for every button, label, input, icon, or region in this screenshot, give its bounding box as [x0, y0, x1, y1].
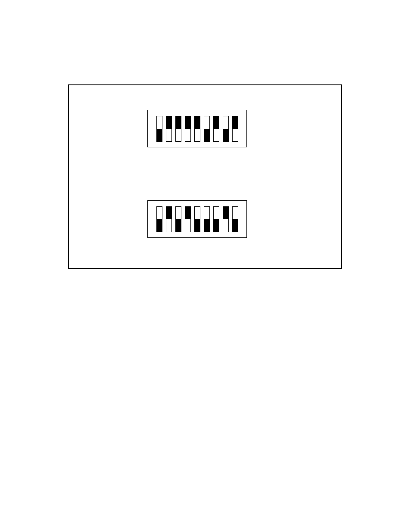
dip-switch-slider [223, 207, 228, 219]
dip-switch[interactable] [175, 116, 181, 142]
dip-switch[interactable] [232, 206, 238, 232]
dip-switch[interactable] [194, 116, 200, 142]
dip-bank-1 [147, 110, 247, 147]
dip-switch-slider [204, 219, 209, 232]
dip-switch[interactable] [213, 116, 219, 142]
dip-switch[interactable] [204, 116, 210, 142]
dip-switch[interactable] [194, 206, 200, 232]
dip-switch-slider [233, 219, 238, 232]
dip-switch[interactable] [204, 206, 210, 232]
dip-switch-slider [157, 219, 162, 232]
dip-switch[interactable] [213, 206, 219, 232]
dip-switch-slider [176, 219, 181, 232]
dip-switch[interactable] [185, 206, 191, 232]
dip-switch-slider [214, 116, 219, 129]
dip-bank-2 [147, 200, 247, 238]
dip-switch-slider [233, 116, 238, 129]
dip-switch-slider [223, 129, 228, 141]
dip-switch-slider [176, 116, 181, 129]
dip-switch[interactable] [223, 116, 229, 142]
dip-switch-slider [166, 207, 171, 219]
dip-switch[interactable] [156, 116, 162, 142]
dip-switch-slider [185, 207, 190, 219]
dip-switch[interactable] [156, 206, 162, 232]
dip-switch[interactable] [185, 116, 191, 142]
dip-switch-slider [204, 129, 209, 141]
dip-switch[interactable] [166, 116, 172, 142]
dip-switch-slider [185, 116, 190, 129]
dip-switch-slider [195, 219, 200, 232]
dip-switch-slider [166, 116, 171, 129]
dip-switch-slider [214, 219, 219, 232]
dip-switch-slider [157, 129, 162, 141]
dip-switch[interactable] [232, 116, 238, 142]
dip-switch[interactable] [223, 206, 229, 232]
dip-switch-slider [195, 116, 200, 129]
dip-switch[interactable] [166, 206, 172, 232]
dip-switch[interactable] [175, 206, 181, 232]
